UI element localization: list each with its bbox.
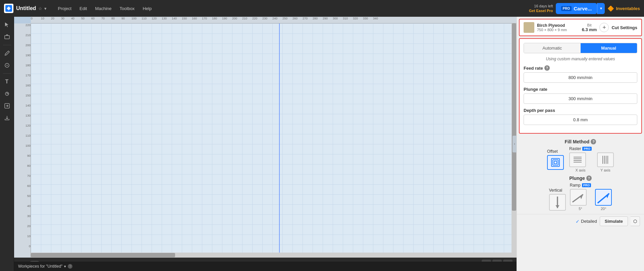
toolbar-divider-1 [3, 45, 11, 45]
ruler-v-tick: 150 [25, 94, 31, 97]
feed-rate-group: Feed rate ? [524, 65, 637, 83]
ruler-v-tick: 220 [25, 23, 31, 27]
ruler-v-tick: 190 [25, 54, 31, 57]
inventables-icon: 🔶 [607, 5, 614, 12]
plunge-rate-input[interactable] [524, 93, 637, 104]
material-name[interactable]: Birch Plywood [537, 23, 579, 28]
carve-label: Carve... [574, 6, 592, 11]
plunge-ramp-5deg-option[interactable]: Ramp PRO 5° [570, 183, 591, 211]
select-tool-button[interactable] [2, 19, 12, 30]
ruler-h-tick: 250 [282, 17, 287, 20]
ruler-v-tick: 140 [25, 104, 31, 107]
workpiece-chevron-icon[interactable]: ▾ [64, 264, 66, 269]
ruler-h-tick: 210 [242, 17, 247, 20]
fill-method-help-icon[interactable]: ? [591, 139, 596, 144]
right-panel: Birch Plywood 750 × 800 × 9 mm Bit 6.3 m… [517, 17, 644, 271]
star-icon[interactable]: ☆ [38, 6, 42, 11]
canvas-area[interactable]: // Will be rendered by JS below 01020304… [14, 17, 517, 271]
menu-project[interactable]: Project [55, 4, 75, 13]
cut-settings-button[interactable]: Cut Settings [611, 25, 637, 30]
add-button[interactable]: + [599, 23, 609, 32]
import-button[interactable] [2, 100, 12, 111]
days-left-info: 16 days left Get Easel Pro [529, 4, 553, 13]
get-pro-link[interactable]: Get Easel Pro [529, 8, 553, 13]
material-bar: Birch Plywood 750 × 800 × 9 mm Bit 6.3 m… [519, 19, 642, 36]
ruler-v-tick: 40 [27, 204, 31, 208]
ruler-h-tick: 160 [192, 17, 197, 20]
text-tool-button[interactable]: T [2, 76, 12, 87]
simulate-expand-button[interactable]: ⬡ [631, 216, 640, 226]
menu-toolbox[interactable]: Toolbox [116, 4, 138, 13]
detailed-button[interactable]: ✓ Detailed [576, 219, 597, 224]
horizontal-scrollbar[interactable] [31, 253, 512, 258]
fill-offset-option[interactable]: Offset [547, 149, 564, 170]
automatic-tab[interactable]: Automatic [524, 43, 581, 53]
fill-raster-label: Raster PRO [569, 146, 592, 151]
svg-rect-8 [553, 160, 558, 165]
plunge-vertical-icon[interactable] [549, 194, 566, 211]
days-left-line1: 16 days left [529, 4, 553, 8]
material-swatch[interactable] [524, 22, 534, 33]
menu-machine[interactable]: Machine [92, 4, 115, 13]
shape-tool-button[interactable] [2, 31, 12, 42]
feed-rate-help-icon[interactable]: ? [544, 65, 550, 71]
plunge-help-icon[interactable]: ? [586, 176, 592, 181]
ruler-h-tick: 20 [51, 17, 54, 20]
fill-offset-icon[interactable] [547, 155, 564, 170]
ruler-v-tick: 10 [27, 234, 31, 238]
pen-tool-button[interactable] [2, 48, 12, 59]
vertical-scroll-thumb[interactable] [512, 23, 516, 211]
ruler-h-tick: 310 [343, 17, 348, 20]
svg-marker-19 [555, 205, 559, 208]
pro-badge: PRO [561, 6, 572, 11]
canvas-grid[interactable] [31, 23, 517, 271]
simulate-button[interactable]: Simulate [600, 216, 628, 226]
bit-label: Bit [582, 23, 597, 27]
ruler-v-tick: 170 [25, 74, 31, 77]
plunge-ramp-5deg-icon[interactable] [570, 189, 587, 206]
carve-button[interactable]: PRO Carve... [556, 3, 597, 14]
ruler-h-tick: 70 [101, 17, 105, 20]
ruler-h-tick: 260 [292, 17, 298, 20]
fill-yaxis-option[interactable]: Y axis [597, 146, 614, 172]
manual-tab[interactable]: Manual [581, 43, 637, 53]
ruler-h-tick: 60 [91, 17, 95, 20]
raster-pro-badge: PRO [582, 147, 592, 151]
feed-rate-input[interactable] [524, 72, 637, 83]
ruler-h-tick: 270 [303, 17, 308, 20]
carve-expand-button[interactable]: ▾ [597, 3, 605, 14]
menu-edit[interactable]: Edit [76, 4, 90, 13]
inventables-link[interactable]: 🔶 Inventables [607, 5, 640, 12]
inventables-label: Inventables [616, 6, 640, 11]
apps-button[interactable] [2, 88, 12, 99]
workpiece-help-icon[interactable]: ? [68, 264, 72, 269]
top-navigation: Untitled ☆ ▾ Project Edit Machine Toolbo… [0, 0, 644, 17]
material-info: Birch Plywood 750 × 800 × 9 mm [537, 23, 579, 32]
plunge-ramp-20deg-option[interactable]: 20° [595, 183, 612, 211]
panel-collapse-handle[interactable]: › [513, 136, 517, 152]
ruler-h-tick: 220 [252, 17, 257, 20]
plunge-5deg-label: 5° [570, 207, 591, 211]
ruler-h-tick: 230 [262, 17, 267, 20]
plunge-vertical-option[interactable]: Vertical [549, 188, 566, 211]
circle-tool-button[interactable] [2, 60, 12, 71]
depth-per-pass-input[interactable] [524, 115, 637, 125]
svg-marker-2 [6, 34, 8, 36]
ruler-h-tick: 170 [202, 17, 207, 20]
menu-help[interactable]: Help [139, 4, 155, 13]
fill-raster-option[interactable]: Raster PRO X axis [569, 146, 592, 172]
bit-info: Bit 6.3 mm [582, 23, 597, 32]
export-button[interactable] [2, 113, 12, 123]
plunge-ramp-20deg-icon[interactable] [595, 189, 612, 206]
horizontal-scroll-thumb[interactable] [31, 253, 175, 257]
ruler-h-tick: 140 [172, 17, 177, 20]
ruler-v-tick: 210 [25, 33, 31, 37]
fill-raster-yaxis-icon[interactable] [597, 152, 614, 167]
fill-raster-xaxis-icon[interactable] [569, 152, 586, 167]
title-chevron-icon[interactable]: ▾ [44, 6, 47, 11]
bit-size[interactable]: 6.3 mm [582, 27, 597, 32]
detailed-label: Detailed [581, 219, 597, 224]
ruler-h-tick: 10 [41, 17, 44, 20]
plunge-rate-group: Plunge rate [524, 87, 637, 104]
ruler-v-tick: 0 [29, 245, 31, 248]
